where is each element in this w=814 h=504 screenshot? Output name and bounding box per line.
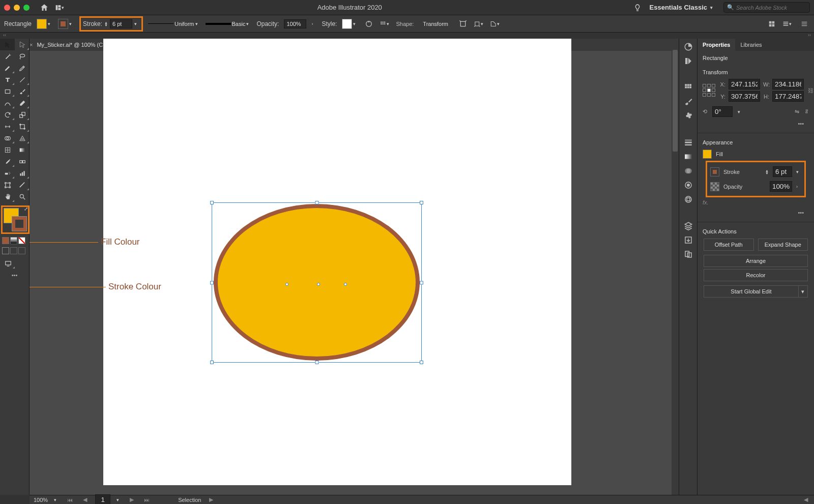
chevron-down-icon[interactable]: ▾ — [69, 21, 74, 26]
flip-horizontal-icon[interactable]: ⇋ — [795, 108, 799, 115]
color-guide-panel-icon[interactable] — [682, 55, 694, 67]
chevron-down-icon[interactable]: ▾ — [246, 21, 251, 26]
symbol-sprayer-tool-icon[interactable] — [0, 167, 15, 179]
canvas-viewport[interactable]: × My_Sticker.ai* @ 100% (CMYK/GPU Previe… — [30, 39, 679, 495]
flip-vertical-icon[interactable]: ⥯ — [804, 108, 809, 115]
x-input[interactable] — [729, 79, 760, 90]
recolor-button[interactable]: Recolor — [704, 269, 808, 281]
maximize-window-icon[interactable] — [23, 5, 30, 11]
screen-mode-icon[interactable] — [1, 257, 15, 269]
opacity-swatch[interactable] — [710, 182, 719, 191]
artboards-panel-icon[interactable] — [682, 248, 694, 260]
graphic-styles-panel-icon[interactable] — [682, 193, 694, 205]
offset-path-button[interactable]: Offset Path — [704, 239, 754, 251]
more-options-icon[interactable]: ••• — [703, 118, 809, 129]
artboard-number-input[interactable] — [95, 494, 110, 504]
layers-panel-icon[interactable] — [682, 220, 694, 232]
chevron-down-icon[interactable]: ▾ — [48, 21, 53, 26]
chevron-down-icon[interactable]: ▾ — [195, 21, 200, 26]
lightbulb-icon[interactable] — [633, 4, 642, 12]
pen-tool-icon[interactable] — [0, 62, 15, 74]
first-artboard-icon[interactable]: ⏮ — [65, 497, 75, 503]
slice-tool-icon[interactable] — [15, 179, 30, 191]
variable-width-profile[interactable]: Uniform ▾ — [148, 21, 200, 27]
draw-normal-icon[interactable] — [2, 247, 9, 254]
mesh-tool-icon[interactable] — [0, 144, 15, 156]
gradient-tool-icon[interactable] — [15, 144, 30, 156]
opacity-input[interactable] — [770, 181, 792, 192]
swatches-panel-icon[interactable] — [682, 81, 694, 94]
vertical-scrollbar[interactable] — [672, 49, 679, 495]
chevron-down-icon[interactable]: ▾ — [796, 169, 801, 174]
magic-wand-tool-icon[interactable] — [0, 50, 15, 62]
blend-tool-icon[interactable] — [15, 156, 30, 167]
home-icon[interactable] — [40, 3, 49, 12]
graphic-style-dropdown[interactable]: ▾ — [342, 19, 358, 29]
start-global-edit-button[interactable]: Start Global Edit — [704, 285, 799, 298]
reference-point-selector[interactable] — [703, 84, 715, 97]
chevron-down-icon[interactable]: ▾ — [134, 21, 139, 26]
next-artboard-icon[interactable]: ▶ — [128, 496, 136, 503]
chevron-down-icon[interactable]: ▾ — [738, 109, 743, 114]
draw-behind-icon[interactable] — [10, 247, 17, 254]
zoom-dropdown-icon[interactable]: ▾ — [54, 497, 59, 502]
resize-handle[interactable] — [315, 201, 318, 204]
grid-view-icon[interactable] — [766, 18, 777, 29]
expand-shape-button[interactable]: Expand Shape — [758, 239, 808, 251]
stroke-indicator[interactable] — [12, 216, 27, 231]
scale-tool-icon[interactable] — [15, 109, 30, 121]
close-window-icon[interactable] — [4, 5, 10, 11]
last-artboard-icon[interactable]: ⏭ — [142, 497, 152, 503]
isolate-icon-2[interactable]: ▾ — [474, 18, 485, 29]
scroll-thumb[interactable] — [673, 50, 678, 152]
transparency-panel-icon[interactable] — [682, 165, 694, 177]
lasso-tool-icon[interactable] — [15, 50, 30, 62]
symbols-panel-icon[interactable] — [682, 110, 694, 122]
resize-handle[interactable] — [210, 281, 214, 284]
gradient-mode-icon[interactable] — [10, 237, 17, 244]
list-view-icon[interactable]: ▾ — [782, 18, 794, 29]
stroke-panel-icon[interactable] — [682, 136, 694, 149]
artboard-tool-icon[interactable] — [0, 179, 15, 191]
fill-swatch[interactable] — [703, 150, 712, 159]
fill-stroke-indicator[interactable]: ⤢ — [1, 205, 30, 234]
collapse-right-icon[interactable]: ›› — [808, 33, 811, 39]
minimize-window-icon[interactable] — [14, 5, 20, 11]
scroll-left-icon[interactable]: ◀ — [802, 496, 810, 503]
tab-properties[interactable]: Properties — [697, 39, 735, 51]
more-options-icon[interactable]: ••• — [703, 207, 809, 218]
stroke-color-swatch[interactable] — [58, 19, 68, 29]
status-play-icon[interactable]: ▶ — [207, 496, 215, 503]
workspace-switcher[interactable]: Essentials Classic ▾ — [650, 4, 715, 11]
y-input[interactable] — [729, 91, 760, 102]
selection-tool-icon[interactable] — [0, 39, 15, 50]
swap-fill-stroke-icon[interactable]: ⤢ — [24, 206, 28, 212]
panel-menu-icon[interactable] — [799, 18, 810, 29]
zoom-level[interactable]: 100% — [34, 497, 48, 503]
arrange-button[interactable]: Arrange — [704, 255, 808, 267]
appearance-panel-icon[interactable] — [682, 179, 694, 191]
fill-label[interactable]: Fill — [716, 151, 723, 157]
opacity-expand-icon[interactable]: › — [311, 21, 316, 26]
paintbrush-tool-icon[interactable] — [15, 85, 30, 97]
free-transform-tool-icon[interactable] — [15, 121, 30, 132]
resize-handle[interactable] — [420, 281, 423, 284]
fill-swatch-dropdown[interactable]: ▾ — [37, 19, 53, 29]
transform-button[interactable]: Transform — [419, 19, 452, 28]
resize-handle[interactable] — [315, 361, 318, 364]
eyedropper-tool-icon[interactable] — [0, 156, 15, 167]
center-point[interactable] — [317, 283, 320, 286]
asset-export-panel-icon[interactable] — [682, 234, 694, 246]
edit-clip-icon[interactable]: ▾ — [490, 18, 501, 29]
fx-label[interactable]: fx. — [703, 197, 809, 207]
stroke-swatch[interactable] — [710, 167, 719, 176]
resize-handle[interactable] — [420, 361, 423, 364]
stroke-weight-input[interactable] — [773, 166, 792, 177]
stroke-weight-input[interactable] — [110, 19, 132, 28]
w-input[interactable] — [772, 79, 804, 90]
resize-handle[interactable] — [210, 201, 214, 204]
rotate-tool-icon[interactable] — [0, 109, 15, 121]
stroke-label[interactable]: Stroke — [723, 169, 740, 175]
chevron-down-icon[interactable]: ▾ — [799, 285, 808, 298]
stock-search[interactable]: 🔍 — [723, 2, 810, 13]
